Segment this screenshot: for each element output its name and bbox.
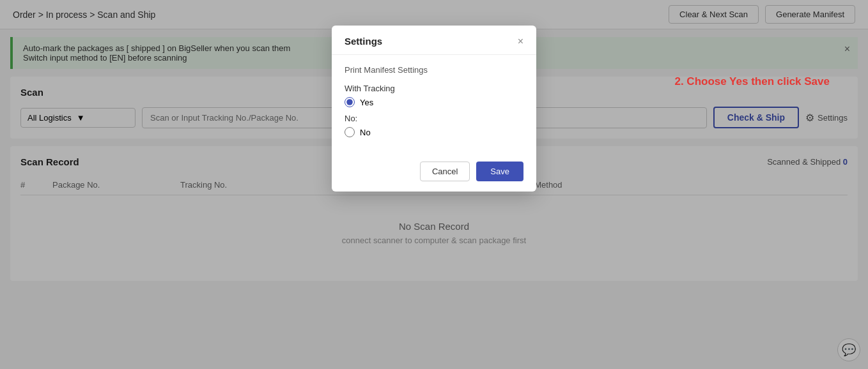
radio-no[interactable]: No bbox=[345, 127, 523, 137]
settings-modal: Settings × Print Manifest Settings With … bbox=[332, 26, 536, 192]
radio-group-no: No bbox=[345, 127, 523, 137]
save-button[interactable]: Save bbox=[476, 162, 523, 181]
radio-yes[interactable]: Yes bbox=[345, 97, 523, 107]
no-row: No: No bbox=[345, 114, 523, 137]
with-tracking-row: With Tracking Yes bbox=[345, 84, 523, 107]
modal-body: Print Manifest Settings With Tracking Ye… bbox=[332, 55, 536, 154]
with-tracking-label: With Tracking bbox=[345, 84, 523, 93]
no-label: No: bbox=[345, 114, 523, 123]
modal-overlay: 2. Choose Yes then click Save Settings ×… bbox=[0, 0, 868, 369]
settings-subtitle: Print Manifest Settings bbox=[345, 65, 523, 75]
modal-header: Settings × bbox=[332, 26, 536, 55]
radio-group: Yes bbox=[345, 97, 523, 107]
modal-title: Settings bbox=[345, 36, 382, 47]
modal-footer: Cancel Save bbox=[332, 154, 536, 192]
radio-no-input[interactable] bbox=[345, 127, 355, 137]
cancel-button[interactable]: Cancel bbox=[420, 162, 470, 181]
radio-yes-label: Yes bbox=[360, 98, 373, 107]
radio-yes-input[interactable] bbox=[345, 97, 355, 107]
modal-close-icon[interactable]: × bbox=[518, 36, 523, 47]
page: Order > In process > Scan and Ship Clear… bbox=[0, 0, 868, 369]
annotation-text: 2. Choose Yes then click Save bbox=[674, 75, 830, 88]
radio-no-label: No bbox=[360, 128, 371, 137]
